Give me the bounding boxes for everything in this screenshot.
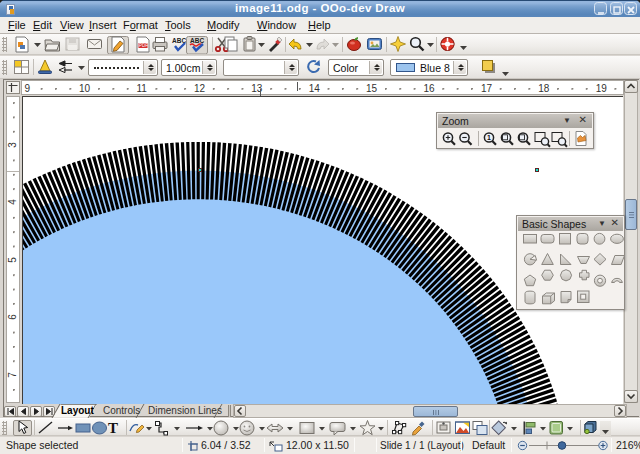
svg-text:T: T bbox=[108, 420, 118, 436]
svg-text:ABC: ABC bbox=[190, 37, 204, 44]
svg-text:1: 1 bbox=[487, 134, 491, 141]
svg-text:PDF: PDF bbox=[139, 43, 148, 48]
